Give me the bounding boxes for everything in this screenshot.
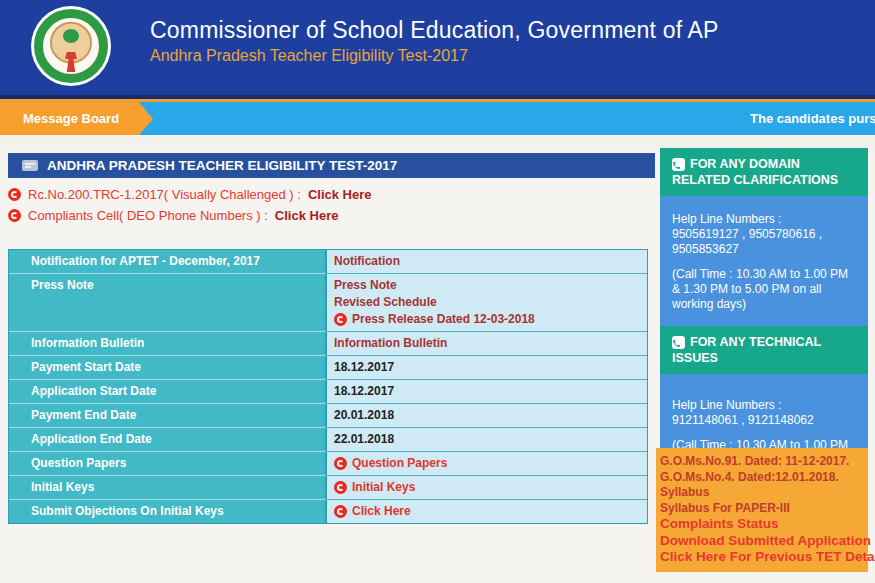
ap-government-logo xyxy=(31,6,111,86)
notice-click-here-link[interactable]: Click Here xyxy=(275,208,339,223)
notice-text: Rc.No.200.TRC-1.2017( Visually Challenge… xyxy=(28,187,301,202)
quick-links-box: G.O.Ms.No.91. Dated: 11-12-2017. G.O.Ms.… xyxy=(656,448,868,572)
table-row: Notification for APTET - December, 2017 … xyxy=(9,250,647,274)
row-label: Payment Start Date xyxy=(9,356,327,380)
logo-center-ornament xyxy=(63,29,79,43)
revised-schedule-link[interactable]: Revised Schedule xyxy=(334,294,437,311)
question-papers-link[interactable]: Question Papers xyxy=(352,455,447,472)
payment-start-date: 18.12.2017 xyxy=(334,359,394,376)
row-label: Question Papers xyxy=(9,452,327,476)
new-icon xyxy=(8,209,21,222)
table-row: Payment Start Date 18.12.2017 xyxy=(9,356,647,380)
page-title: Commissioner of School Education, Govern… xyxy=(150,17,719,44)
syllabus-paper3-link[interactable]: Syllabus For PAPER-III xyxy=(660,501,866,517)
notification-link[interactable]: Notification xyxy=(334,253,400,270)
row-label: Payment End Date xyxy=(9,404,327,428)
previous-tet-details-link[interactable]: Click Here For Previous TET Details xyxy=(660,549,866,566)
submit-objections-link[interactable]: Click Here xyxy=(352,503,411,520)
initial-keys-link[interactable]: Initial Keys xyxy=(352,479,415,496)
helpline-label: Help Line Numbers : xyxy=(672,212,856,227)
new-icon xyxy=(334,505,347,518)
row-label: Press Note xyxy=(9,274,327,332)
schedule-table: Notification for APTET - December, 2017 … xyxy=(8,249,648,524)
row-label: Information Bulletin xyxy=(9,332,327,356)
phone-icon xyxy=(672,158,685,171)
press-release-link[interactable]: Press Release Dated 12-03-2018 xyxy=(352,311,535,328)
payment-end-date: 20.01.2018 xyxy=(334,407,394,424)
notice-click-here-link[interactable]: Click Here xyxy=(308,187,372,202)
section-title: ANDHRA PRADESH TEACHER ELIGIBILITY TEST-… xyxy=(47,158,397,173)
new-icon xyxy=(8,188,21,201)
table-row: Submit Objections On Initial Keys Click … xyxy=(9,500,647,523)
domain-clarifications-body: Help Line Numbers : 9505619127 , 9505780… xyxy=(660,196,868,326)
go-ms-4-link[interactable]: G.O.Ms.No.4. Dated:12.01.2018. xyxy=(660,470,866,486)
main-content: ANDHRA PRADESH TEACHER ELIGIBILITY TEST-… xyxy=(0,151,875,583)
call-time: (Call Time : 10.30 AM to 1.00 PM & 1.30 … xyxy=(672,267,856,312)
new-icon xyxy=(334,457,347,470)
helpline-label: Help Line Numbers : xyxy=(672,398,856,413)
section-header: ANDHRA PRADESH TEACHER ELIGIBILITY TEST-… xyxy=(8,153,655,178)
table-row: Press Note Press Note Revised Schedule P… xyxy=(9,274,647,332)
domain-clarifications-header: FOR ANY DOMAIN RELATED CLARIFICATIONS xyxy=(660,148,868,196)
complaints-status-link[interactable]: Complaints Status xyxy=(660,516,866,533)
marquee-text: The candidates pursu xyxy=(750,102,875,135)
new-icon xyxy=(334,313,347,326)
technical-issues-header: FOR ANY TECHNICAL ISSUES xyxy=(660,326,868,374)
row-label: Initial Keys xyxy=(9,476,327,500)
message-board-arrow-icon xyxy=(139,102,153,135)
row-label: Application Start Date xyxy=(9,380,327,404)
table-row: Question Papers Question Papers xyxy=(9,452,647,476)
table-row: Initial Keys Initial Keys xyxy=(9,476,647,500)
table-row: Information Bulletin Information Bulleti… xyxy=(9,332,647,356)
row-label: Submit Objections On Initial Keys xyxy=(9,500,327,523)
notice-row: Rc.No.200.TRC-1.2017( Visually Challenge… xyxy=(8,184,372,205)
row-label: Application End Date xyxy=(9,428,327,452)
go-ms-91-link[interactable]: G.O.Ms.No.91. Dated: 11-12-2017. xyxy=(660,454,866,470)
download-application-link[interactable]: Download Submitted Application xyxy=(660,533,866,550)
notice-list: Rc.No.200.TRC-1.2017( Visually Challenge… xyxy=(8,184,372,226)
notice-text: Compliants Cell( DEO Phone Numbers ) : xyxy=(28,208,268,223)
message-board-label: Message Board xyxy=(0,102,139,135)
phone-icon xyxy=(672,336,685,349)
application-end-date: 22.01.2018 xyxy=(334,431,394,448)
sidebar-box-title: FOR ANY TECHNICAL ISSUES xyxy=(672,335,821,365)
application-start-date: 18.12.2017 xyxy=(334,383,394,400)
message-board-bar: Message Board The candidates pursu xyxy=(0,102,875,135)
table-row: Application End Date 22.01.2018 xyxy=(9,428,647,452)
news-icon xyxy=(22,160,38,171)
table-row: Application Start Date 18.12.2017 xyxy=(9,380,647,404)
row-label: Notification for APTET - December, 2017 xyxy=(9,250,327,274)
page-header: Commissioner of School Education, Govern… xyxy=(0,0,875,95)
new-icon xyxy=(334,481,347,494)
table-row: Payment End Date 20.01.2018 xyxy=(9,404,647,428)
helpline-numbers: 9505619127 , 9505780616 , 9505853627 xyxy=(672,227,856,257)
page-subtitle: Andhra Pradesh Teacher Eligibility Test-… xyxy=(150,47,719,65)
sidebar-box-title: FOR ANY DOMAIN RELATED CLARIFICATIONS xyxy=(672,157,838,187)
notice-row: Compliants Cell( DEO Phone Numbers ) : C… xyxy=(8,205,372,226)
helpline-numbers: 9121148061 , 9121148062 xyxy=(672,413,856,428)
syllabus-link[interactable]: Syllabus xyxy=(660,485,866,501)
information-bulletin-link[interactable]: Information Bulletin xyxy=(334,335,447,352)
press-note-link[interactable]: Press Note xyxy=(334,277,397,294)
